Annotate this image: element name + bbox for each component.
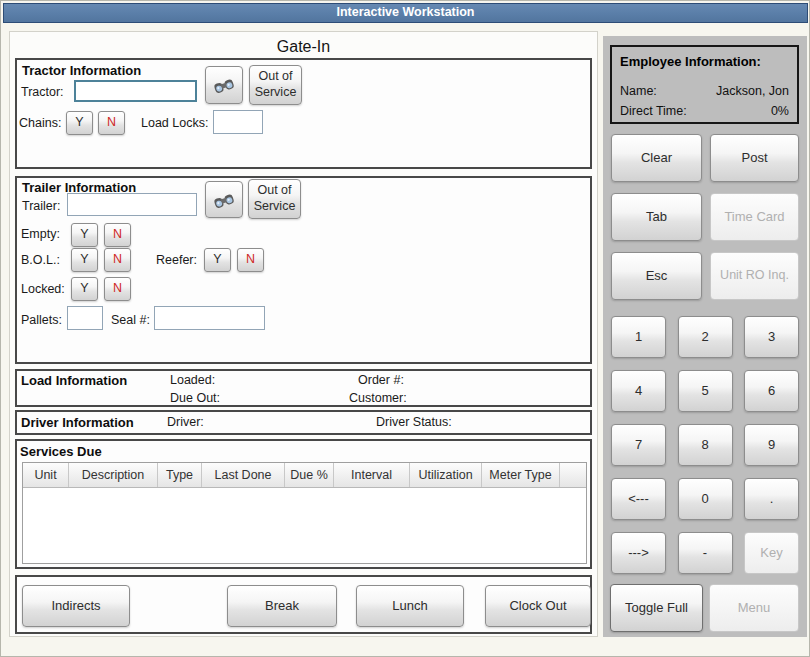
seal-number-input[interactable] xyxy=(154,306,265,330)
bol-label: B.O.L.: xyxy=(21,253,60,267)
employee-information-box: Employee Information: Name: Jackson, Jon… xyxy=(610,45,799,124)
services-table-header: UnitDescriptionTypeLast DoneDue %Interva… xyxy=(23,463,586,488)
chains-yes-button[interactable]: Y xyxy=(66,111,93,135)
key-minus[interactable]: - xyxy=(678,532,733,574)
employee-name-value: Jackson, Jon xyxy=(716,84,789,98)
locked-no-button[interactable]: N xyxy=(104,277,131,301)
services-column-header: Due % xyxy=(285,463,334,487)
tractor-label: Tractor: xyxy=(21,85,64,99)
driver-label: Driver: xyxy=(167,415,204,429)
services-column-header: Utilization xyxy=(410,463,482,487)
numpad: 123456789<---0.--->-Key xyxy=(611,316,800,574)
chains-label: Chains: xyxy=(19,116,61,130)
direct-time-value: 0% xyxy=(771,104,789,118)
services-column-spacer xyxy=(560,463,586,487)
reefer-yes-button[interactable]: Y xyxy=(204,248,231,272)
services-column-header: Unit xyxy=(23,463,69,487)
driver-section-title: Driver Information xyxy=(21,415,134,430)
binoculars-icon xyxy=(212,75,236,95)
direct-time-label: Direct Time: xyxy=(620,104,687,118)
empty-yes-button[interactable]: Y xyxy=(71,223,98,247)
key-1[interactable]: 1 xyxy=(611,316,666,358)
interactive-workstation-window: Interactive Workstation Gate-In Tractor … xyxy=(0,0,810,657)
key-decimal[interactable]: . xyxy=(744,478,799,520)
key-9[interactable]: 9 xyxy=(744,424,799,466)
key-8[interactable]: 8 xyxy=(678,424,733,466)
seal-number-label: Seal #: xyxy=(111,313,150,327)
trailer-input[interactable] xyxy=(67,193,197,216)
key-3[interactable]: 3 xyxy=(744,316,799,358)
time-card-button: Time Card xyxy=(710,193,799,241)
key-5[interactable]: 5 xyxy=(678,370,733,412)
bol-no-button[interactable]: N xyxy=(104,248,131,272)
key-key: Key xyxy=(744,532,799,574)
empty-no-button[interactable]: N xyxy=(104,223,131,247)
clear-button[interactable]: Clear xyxy=(611,134,702,182)
employee-side-panel: Employee Information: Name: Jackson, Jon… xyxy=(603,36,807,637)
pallets-label: Pallets: xyxy=(21,313,62,327)
esc-button[interactable]: Esc xyxy=(611,252,702,300)
load-section-title: Load Information xyxy=(21,373,127,388)
page-title: Gate-In xyxy=(9,38,598,56)
clock-out-button[interactable]: Clock Out xyxy=(485,585,591,627)
tractor-section-title: Tractor Information xyxy=(22,63,141,78)
chains-no-button[interactable]: N xyxy=(98,111,125,135)
post-button[interactable]: Post xyxy=(710,134,799,182)
load-locks-label: Load Locks: xyxy=(141,116,208,130)
services-column-header: Last Done xyxy=(202,463,285,487)
tab-button[interactable]: Tab xyxy=(611,193,702,241)
reefer-no-button[interactable]: N xyxy=(237,248,264,272)
window-title: Interactive Workstation xyxy=(3,3,808,23)
pallets-input[interactable] xyxy=(67,306,103,330)
tractor-out-of-service-button[interactable]: Out of Service xyxy=(249,65,302,105)
services-column-header: Meter Type xyxy=(482,463,560,487)
services-column-header: Description xyxy=(69,463,158,487)
binoculars-icon xyxy=(212,190,236,210)
tractor-input[interactable] xyxy=(74,80,197,102)
reefer-label: Reefer: xyxy=(156,253,197,267)
locked-yes-button[interactable]: Y xyxy=(71,277,98,301)
services-column-header: Type xyxy=(158,463,202,487)
tractor-search-button[interactable] xyxy=(205,66,243,104)
break-button[interactable]: Break xyxy=(227,585,337,627)
key-0[interactable]: 0 xyxy=(678,478,733,520)
unit-ro-inq-button: Unit RO Inq. xyxy=(710,252,799,300)
lunch-button[interactable]: Lunch xyxy=(356,585,464,627)
services-due-table: UnitDescriptionTypeLast DoneDue %Interva… xyxy=(22,462,587,564)
load-locks-input[interactable] xyxy=(213,110,263,134)
services-section-title: Services Due xyxy=(20,444,102,459)
bol-yes-button[interactable]: Y xyxy=(71,248,98,272)
employee-name-label: Name: xyxy=(620,84,657,98)
key-back-arrow[interactable]: <--- xyxy=(611,478,666,520)
employee-info-title: Employee Information: xyxy=(620,54,761,69)
locked-label: Locked: xyxy=(21,282,65,296)
services-column-header: Interval xyxy=(334,463,410,487)
menu-button: Menu xyxy=(709,584,799,632)
key-2[interactable]: 2 xyxy=(678,316,733,358)
trailer-search-button[interactable] xyxy=(205,181,243,218)
key-4[interactable]: 4 xyxy=(611,370,666,412)
loaded-label: Loaded: xyxy=(170,373,215,387)
trailer-label: Trailer: xyxy=(22,199,60,213)
key-7[interactable]: 7 xyxy=(611,424,666,466)
empty-label: Empty: xyxy=(21,227,60,241)
indirects-button[interactable]: Indirects xyxy=(22,585,130,627)
due-out-label: Due Out: xyxy=(170,391,220,405)
key-forward-arrow[interactable]: ---> xyxy=(611,532,666,574)
toggle-full-button[interactable]: Toggle Full xyxy=(610,584,703,632)
trailer-out-of-service-button[interactable]: Out of Service xyxy=(248,179,301,219)
customer-label: Customer: xyxy=(349,391,407,405)
key-6[interactable]: 6 xyxy=(744,370,799,412)
driver-status-label: Driver Status: xyxy=(376,415,452,429)
order-number-label: Order #: xyxy=(358,373,404,387)
